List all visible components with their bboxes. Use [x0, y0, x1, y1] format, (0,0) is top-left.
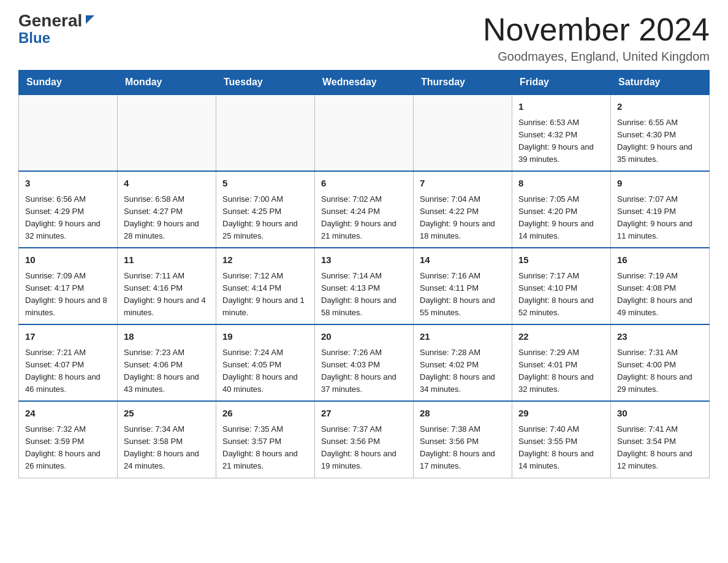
day-info: Sunrise: 7:23 AMSunset: 4:06 PMDaylight:… — [124, 347, 210, 396]
day-info: Sunrise: 7:37 AMSunset: 3:56 PMDaylight:… — [321, 423, 407, 473]
day-info: Sunrise: 7:41 AMSunset: 3:54 PMDaylight:… — [617, 423, 703, 473]
day-info: Sunrise: 7:02 AMSunset: 4:24 PMDaylight:… — [321, 193, 407, 243]
day-info: Sunrise: 7:05 AMSunset: 4:20 PMDaylight:… — [518, 193, 604, 243]
calendar-cell: 17Sunrise: 7:21 AMSunset: 4:07 PMDayligh… — [19, 324, 118, 401]
day-info: Sunrise: 7:32 AMSunset: 3:59 PMDaylight:… — [25, 423, 111, 473]
calendar-cell: 30Sunrise: 7:41 AMSunset: 3:54 PMDayligh… — [611, 401, 710, 478]
calendar-cell: 23Sunrise: 7:31 AMSunset: 4:00 PMDayligh… — [611, 324, 710, 401]
calendar-cell — [315, 94, 414, 171]
calendar-cell: 26Sunrise: 7:35 AMSunset: 3:57 PMDayligh… — [216, 401, 315, 478]
calendar-cell: 14Sunrise: 7:16 AMSunset: 4:11 PMDayligh… — [414, 248, 512, 324]
day-info: Sunrise: 7:29 AMSunset: 4:01 PMDaylight:… — [518, 347, 604, 396]
day-info: Sunrise: 6:58 AMSunset: 4:27 PMDaylight:… — [124, 193, 210, 243]
day-number: 18 — [124, 330, 210, 344]
calendar-cell: 24Sunrise: 7:32 AMSunset: 3:59 PMDayligh… — [19, 401, 118, 478]
calendar-cell: 9Sunrise: 7:07 AMSunset: 4:19 PMDaylight… — [611, 171, 710, 248]
day-info: Sunrise: 6:55 AMSunset: 4:30 PMDaylight:… — [617, 117, 703, 166]
svg-marker-0 — [86, 15, 94, 24]
day-info: Sunrise: 7:24 AMSunset: 4:05 PMDaylight:… — [222, 347, 308, 396]
calendar-cell: 15Sunrise: 7:17 AMSunset: 4:10 PMDayligh… — [512, 248, 611, 324]
day-number: 22 — [518, 330, 604, 344]
day-number: 17 — [25, 330, 111, 344]
calendar-cell: 13Sunrise: 7:14 AMSunset: 4:13 PMDayligh… — [315, 248, 414, 324]
day-number: 9 — [617, 177, 703, 191]
logo-arrow-icon — [83, 13, 97, 26]
logo-blue: Blue — [18, 29, 50, 47]
day-number: 30 — [617, 407, 703, 421]
day-number: 19 — [222, 330, 308, 344]
day-info: Sunrise: 7:09 AMSunset: 4:17 PMDaylight:… — [25, 270, 111, 320]
col-wednesday: Wednesday — [315, 71, 414, 95]
col-monday: Monday — [118, 71, 216, 95]
col-tuesday: Tuesday — [216, 71, 315, 95]
day-number: 2 — [617, 100, 703, 114]
col-friday: Friday — [512, 71, 611, 95]
day-info: Sunrise: 7:19 AMSunset: 4:08 PMDaylight:… — [617, 270, 703, 320]
calendar-cell: 19Sunrise: 7:24 AMSunset: 4:05 PMDayligh… — [216, 324, 315, 401]
day-number: 12 — [222, 253, 308, 267]
day-number: 28 — [420, 407, 506, 421]
calendar-cell: 3Sunrise: 6:56 AMSunset: 4:29 PMDaylight… — [19, 171, 118, 248]
calendar-cell — [19, 94, 118, 171]
calendar-cell: 4Sunrise: 6:58 AMSunset: 4:27 PMDaylight… — [118, 171, 216, 248]
calendar-cell: 16Sunrise: 7:19 AMSunset: 4:08 PMDayligh… — [611, 248, 710, 324]
calendar-cell: 12Sunrise: 7:12 AMSunset: 4:14 PMDayligh… — [216, 248, 315, 324]
day-info: Sunrise: 7:31 AMSunset: 4:00 PMDaylight:… — [617, 347, 703, 396]
calendar-cell: 20Sunrise: 7:26 AMSunset: 4:03 PMDayligh… — [315, 324, 414, 401]
day-info: Sunrise: 7:11 AMSunset: 4:16 PMDaylight:… — [124, 270, 210, 320]
day-info: Sunrise: 7:04 AMSunset: 4:22 PMDaylight:… — [420, 193, 506, 243]
calendar-cell: 5Sunrise: 7:00 AMSunset: 4:25 PMDaylight… — [216, 171, 315, 248]
day-number: 8 — [518, 177, 604, 191]
day-info: Sunrise: 7:26 AMSunset: 4:03 PMDaylight:… — [321, 347, 407, 396]
day-info: Sunrise: 7:00 AMSunset: 4:25 PMDaylight:… — [222, 193, 308, 243]
day-number: 6 — [321, 177, 407, 191]
logo: General Blue — [18, 12, 97, 47]
calendar-cell — [216, 94, 315, 171]
day-info: Sunrise: 7:07 AMSunset: 4:19 PMDaylight:… — [617, 193, 703, 243]
day-info: Sunrise: 7:21 AMSunset: 4:07 PMDaylight:… — [25, 347, 111, 396]
calendar-cell: 8Sunrise: 7:05 AMSunset: 4:20 PMDaylight… — [512, 171, 611, 248]
col-sunday: Sunday — [19, 71, 118, 95]
location: Goodmayes, England, United Kingdom — [483, 50, 710, 64]
week-row-5: 24Sunrise: 7:32 AMSunset: 3:59 PMDayligh… — [19, 401, 710, 478]
day-number: 21 — [420, 330, 506, 344]
week-row-3: 10Sunrise: 7:09 AMSunset: 4:17 PMDayligh… — [19, 248, 710, 324]
calendar-cell: 21Sunrise: 7:28 AMSunset: 4:02 PMDayligh… — [414, 324, 512, 401]
day-number: 29 — [518, 407, 604, 421]
week-row-1: 1Sunrise: 6:53 AMSunset: 4:32 PMDaylight… — [19, 94, 710, 171]
day-info: Sunrise: 6:56 AMSunset: 4:29 PMDaylight:… — [25, 193, 111, 243]
day-info: Sunrise: 7:17 AMSunset: 4:10 PMDaylight:… — [518, 270, 604, 320]
page-header: General Blue November 2024 Goodmayes, En… — [18, 12, 710, 64]
day-info: Sunrise: 7:34 AMSunset: 3:58 PMDaylight:… — [124, 423, 210, 473]
day-info: Sunrise: 7:28 AMSunset: 4:02 PMDaylight:… — [420, 347, 506, 396]
calendar-cell: 6Sunrise: 7:02 AMSunset: 4:24 PMDaylight… — [315, 171, 414, 248]
day-info: Sunrise: 7:14 AMSunset: 4:13 PMDaylight:… — [321, 270, 407, 320]
month-title: November 2024 — [483, 12, 710, 47]
day-number: 10 — [25, 253, 111, 267]
col-thursday: Thursday — [414, 71, 512, 95]
day-number: 20 — [321, 330, 407, 344]
calendar-cell: 10Sunrise: 7:09 AMSunset: 4:17 PMDayligh… — [19, 248, 118, 324]
day-number: 5 — [222, 177, 308, 191]
calendar-header-row: Sunday Monday Tuesday Wednesday Thursday… — [19, 71, 710, 95]
calendar-table: Sunday Monday Tuesday Wednesday Thursday… — [18, 70, 710, 478]
day-number: 1 — [518, 100, 604, 114]
day-info: Sunrise: 7:12 AMSunset: 4:14 PMDaylight:… — [222, 270, 308, 320]
calendar-cell: 27Sunrise: 7:37 AMSunset: 3:56 PMDayligh… — [315, 401, 414, 478]
day-number: 26 — [222, 407, 308, 421]
day-number: 15 — [518, 253, 604, 267]
day-number: 3 — [25, 177, 111, 191]
calendar-cell: 28Sunrise: 7:38 AMSunset: 3:56 PMDayligh… — [414, 401, 512, 478]
calendar-cell — [414, 94, 512, 171]
day-number: 16 — [617, 253, 703, 267]
calendar-cell: 18Sunrise: 7:23 AMSunset: 4:06 PMDayligh… — [118, 324, 216, 401]
calendar-cell: 7Sunrise: 7:04 AMSunset: 4:22 PMDaylight… — [414, 171, 512, 248]
day-number: 27 — [321, 407, 407, 421]
day-info: Sunrise: 7:38 AMSunset: 3:56 PMDaylight:… — [420, 423, 506, 473]
calendar-cell: 25Sunrise: 7:34 AMSunset: 3:58 PMDayligh… — [118, 401, 216, 478]
calendar-cell: 1Sunrise: 6:53 AMSunset: 4:32 PMDaylight… — [512, 94, 611, 171]
calendar-cell: 29Sunrise: 7:40 AMSunset: 3:55 PMDayligh… — [512, 401, 611, 478]
week-row-4: 17Sunrise: 7:21 AMSunset: 4:07 PMDayligh… — [19, 324, 710, 401]
title-area: November 2024 Goodmayes, England, United… — [483, 12, 710, 64]
day-number: 13 — [321, 253, 407, 267]
